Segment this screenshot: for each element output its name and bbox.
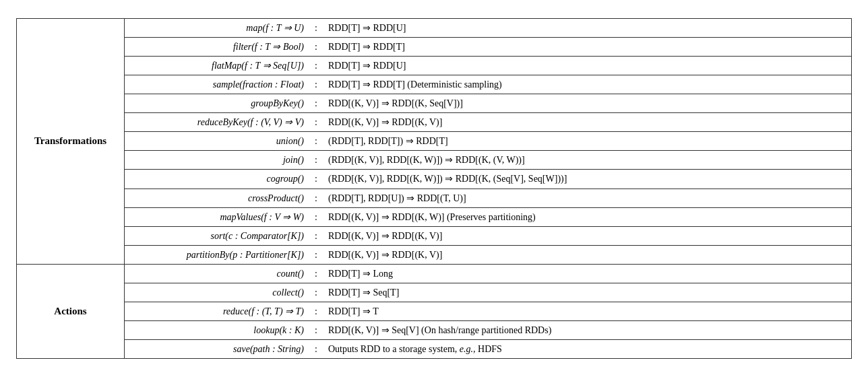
colon-separator: : bbox=[308, 304, 324, 319]
function-signature: flatMap(f : T ⇒ Seq[U]) bbox=[133, 58, 308, 73]
function-signature: union() bbox=[133, 133, 308, 149]
row-content: save(path : String):Outputs RDD to a sto… bbox=[125, 340, 852, 359]
row-description: RDD[(K, V)] ⇒ RDD[(K, V)] bbox=[324, 228, 843, 244]
function-signature: groupByKey() bbox=[133, 96, 308, 111]
function-signature: count() bbox=[133, 266, 308, 281]
row-content: mapValues(f : V ⇒ W):RDD[(K, V)] ⇒ RDD[(… bbox=[125, 207, 852, 226]
colon-separator: : bbox=[308, 228, 324, 244]
category-cell-transformations: Transformations bbox=[17, 18, 125, 264]
row-description: RDD[(K, V)] ⇒ RDD[(K, W)] (Preserves par… bbox=[324, 209, 843, 225]
colon-separator: : bbox=[308, 322, 324, 338]
row-content: collect():RDD[T] ⇒ Seq[T] bbox=[125, 283, 852, 302]
row-content: map(f : T ⇒ U):RDD[T] ⇒ RDD[U] bbox=[125, 18, 852, 37]
function-signature: mapValues(f : V ⇒ W) bbox=[133, 209, 308, 225]
row-description: (RDD[T], RDD[U]) ⇒ RDD[(T, U)] bbox=[324, 191, 843, 206]
function-signature: reduceByKey(f : (V, V) ⇒ V) bbox=[133, 114, 308, 130]
row-content: reduce(f : (T, T) ⇒ T):RDD[T] ⇒ T bbox=[125, 302, 852, 321]
colon-separator: : bbox=[308, 152, 324, 168]
function-signature: sample(fraction : Float) bbox=[133, 77, 308, 92]
function-signature: reduce(f : (T, T) ⇒ T) bbox=[133, 304, 308, 319]
function-signature: lookup(k : K) bbox=[133, 322, 308, 338]
row-content: groupByKey():RDD[(K, V)] ⇒ RDD[(K, Seq[V… bbox=[125, 94, 852, 113]
row-description: RDD[T] ⇒ T bbox=[324, 304, 843, 319]
row-content: filter(f : T ⇒ Bool):RDD[T] ⇒ RDD[T] bbox=[125, 37, 852, 56]
row-description: (RDD[(K, V)], RDD[(K, W)]) ⇒ RDD[(K, (Se… bbox=[324, 171, 843, 186]
function-signature: join() bbox=[133, 152, 308, 168]
colon-separator: : bbox=[308, 58, 324, 73]
function-signature: save(path : String) bbox=[133, 341, 308, 357]
row-description: RDD[T] ⇒ Long bbox=[324, 266, 843, 281]
row-description: (RDD[T], RDD[T]) ⇒ RDD[T] bbox=[324, 133, 843, 149]
row-content: sort(c : Comparator[K]):RDD[(K, V)] ⇒ RD… bbox=[125, 226, 852, 245]
colon-separator: : bbox=[308, 191, 324, 206]
colon-separator: : bbox=[308, 77, 324, 92]
row-description: RDD[(K, V)] ⇒ Seq[V] (On hash/range part… bbox=[324, 322, 843, 338]
row-description: RDD[T] ⇒ RDD[U] bbox=[324, 58, 843, 73]
function-signature: filter(f : T ⇒ Bool) bbox=[133, 39, 308, 55]
colon-separator: : bbox=[308, 133, 324, 149]
colon-separator: : bbox=[308, 285, 324, 300]
row-description: RDD[(K, V)] ⇒ RDD[(K, Seq[V])] bbox=[324, 96, 843, 111]
colon-separator: : bbox=[308, 96, 324, 111]
row-description: RDD[(K, V)] ⇒ RDD[(K, V)] bbox=[324, 247, 843, 263]
row-content: partitionBy(p : Partitioner[K]):RDD[(K, … bbox=[125, 245, 852, 264]
function-signature: crossProduct() bbox=[133, 191, 308, 206]
row-content: sample(fraction : Float):RDD[T] ⇒ RDD[T]… bbox=[125, 75, 852, 94]
colon-separator: : bbox=[308, 114, 324, 130]
colon-separator: : bbox=[308, 20, 324, 36]
row-description: RDD[(K, V)] ⇒ RDD[(K, V)] bbox=[324, 114, 843, 130]
colon-separator: : bbox=[308, 341, 324, 357]
row-content: cogroup():(RDD[(K, V)], RDD[(K, W)]) ⇒ R… bbox=[125, 170, 852, 188]
row-content: flatMap(f : T ⇒ Seq[U]):RDD[T] ⇒ RDD[U] bbox=[125, 56, 852, 75]
row-content: count():RDD[T] ⇒ Long bbox=[125, 264, 852, 283]
colon-separator: : bbox=[308, 266, 324, 281]
row-description: RDD[T] ⇒ RDD[U] bbox=[324, 20, 843, 36]
colon-separator: : bbox=[308, 39, 324, 55]
row-description: RDD[T] ⇒ Seq[T] bbox=[324, 285, 843, 300]
row-content: lookup(k : K):RDD[(K, V)] ⇒ Seq[V] (On h… bbox=[125, 321, 852, 340]
colon-separator: : bbox=[308, 247, 324, 263]
row-description: RDD[T] ⇒ RDD[T] bbox=[324, 39, 843, 55]
row-description: Outputs RDD to a storage system, e.g., H… bbox=[324, 341, 843, 357]
colon-separator: : bbox=[308, 171, 324, 186]
main-table: Transformationsmap(f : T ⇒ U):RDD[T] ⇒ R… bbox=[16, 18, 852, 359]
row-content: join():(RDD[(K, V)], RDD[(K, W)]) ⇒ RDD[… bbox=[125, 151, 852, 170]
row-content: union():(RDD[T], RDD[T]) ⇒ RDD[T] bbox=[125, 132, 852, 151]
row-content: crossProduct():(RDD[T], RDD[U]) ⇒ RDD[(T… bbox=[125, 188, 852, 207]
category-cell-actions: Actions bbox=[17, 264, 125, 358]
function-signature: sort(c : Comparator[K]) bbox=[133, 228, 308, 244]
colon-separator: : bbox=[308, 209, 324, 225]
row-description: RDD[T] ⇒ RDD[T] (Deterministic sampling) bbox=[324, 77, 843, 92]
row-content: reduceByKey(f : (V, V) ⇒ V):RDD[(K, V)] … bbox=[125, 113, 852, 132]
function-signature: map(f : T ⇒ U) bbox=[133, 20, 308, 36]
function-signature: collect() bbox=[133, 285, 308, 300]
function-signature: partitionBy(p : Partitioner[K]) bbox=[133, 247, 308, 263]
row-description: (RDD[(K, V)], RDD[(K, W)]) ⇒ RDD[(K, (V,… bbox=[324, 152, 843, 168]
function-signature: cogroup() bbox=[133, 171, 308, 186]
